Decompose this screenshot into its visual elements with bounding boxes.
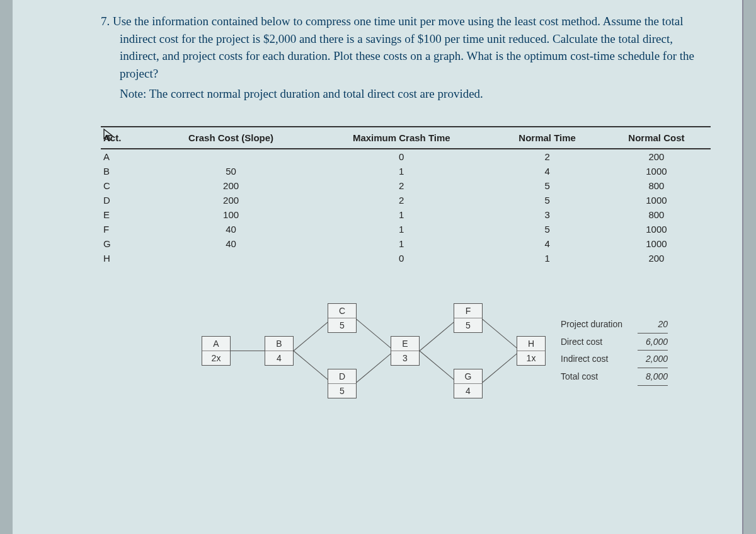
node-value: 1x — [517, 351, 545, 365]
col-slope: Crash Cost (Slope) — [151, 127, 311, 149]
col-cost: Normal Cost — [602, 127, 711, 149]
node-D: D 5 — [328, 369, 357, 398]
node-label: G — [454, 369, 482, 384]
arrow — [357, 319, 393, 350]
question-text: 7. Use the information contained below t… — [101, 13, 711, 82]
node-H: H 1x — [517, 336, 546, 366]
node-label: A — [202, 337, 230, 351]
total-value: 8,000 — [638, 368, 668, 386]
node-value: 4 — [454, 384, 482, 398]
duration-value: 20 — [638, 316, 668, 334]
table-row: C20025800 — [101, 178, 711, 193]
network-diagram: A 2x B 4 C 5 D 5 E 3 F 5 G 4 H 1x — [202, 297, 711, 410]
question-body: Use the information contained below to c… — [113, 15, 694, 80]
question-note: Note: The correct normal project duratio… — [101, 87, 711, 101]
node-A: A 2x — [202, 336, 231, 366]
node-value: 5 — [328, 384, 356, 398]
arrow — [294, 351, 330, 381]
table-header-row: Act. Crash Cost (Slope) Maximum Crash Ti… — [101, 127, 711, 149]
node-value: 2x — [202, 351, 230, 365]
arrow — [231, 351, 265, 351]
node-E: E 3 — [391, 336, 420, 366]
note-text: The correct normal project duration and … — [149, 87, 483, 100]
node-B: B 4 — [265, 336, 294, 366]
table-row: G40141000 — [101, 236, 711, 251]
node-label: H — [517, 337, 545, 351]
indirect-label: Indirect cost — [561, 351, 630, 368]
direct-value: 6,000 — [638, 334, 668, 351]
question-number: 7. — [101, 15, 110, 28]
table-row: E10013800 — [101, 207, 711, 222]
node-label: B — [265, 337, 293, 351]
arrow — [357, 352, 393, 383]
arrow — [294, 320, 330, 351]
arrow — [420, 320, 456, 351]
col-norm: Normal Time — [492, 127, 602, 149]
table-row: A02200 — [101, 149, 711, 164]
textbook-page: 7. Use the information contained below t… — [13, 0, 743, 534]
node-label: C — [328, 304, 356, 318]
arrow — [483, 352, 519, 383]
table-row: B50141000 — [101, 164, 711, 178]
table-row: D200251000 — [101, 193, 711, 207]
duration-label: Project duration — [561, 316, 630, 333]
node-G: G 4 — [454, 369, 483, 398]
total-label: Total cost — [561, 368, 630, 385]
arrow — [420, 351, 456, 381]
node-value: 4 — [265, 351, 293, 365]
node-label: E — [391, 337, 419, 351]
activity-table: Act. Crash Cost (Slope) Maximum Crash Ti… — [101, 126, 711, 265]
col-act: Act. — [101, 127, 151, 149]
table-row: F40151000 — [101, 222, 711, 236]
node-value: 3 — [391, 351, 419, 365]
indirect-value: 2,000 — [638, 351, 668, 368]
node-value: 5 — [454, 318, 482, 332]
node-label: D — [328, 369, 356, 384]
note-label: Note: — [120, 87, 146, 100]
node-label: F — [454, 304, 482, 318]
node-value: 5 — [328, 318, 356, 332]
table-row: H01200 — [101, 251, 711, 265]
node-C: C 5 — [328, 303, 357, 333]
project-summary: Project duration20 Direct cost6,000 Indi… — [561, 316, 668, 385]
direct-label: Direct cost — [561, 334, 630, 351]
arrow — [483, 319, 519, 350]
col-max: Maximum Crash Time — [311, 127, 492, 149]
node-F: F 5 — [454, 303, 483, 333]
